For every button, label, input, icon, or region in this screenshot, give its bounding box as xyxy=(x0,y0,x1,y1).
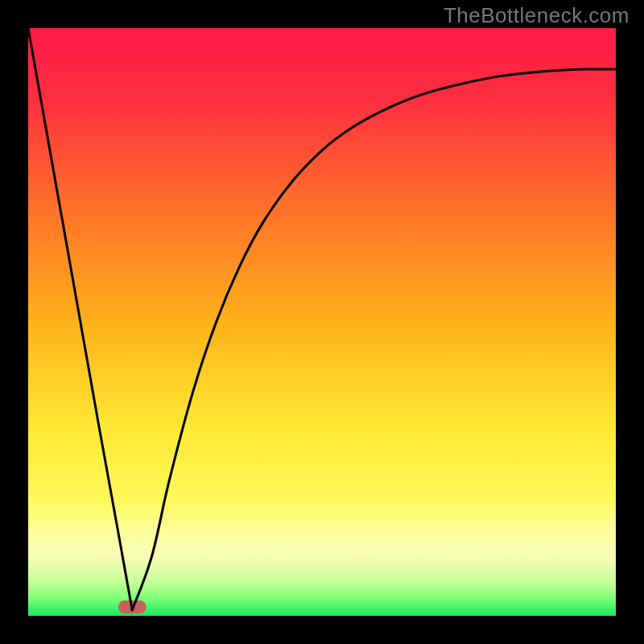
chart-svg xyxy=(28,28,616,616)
watermark-text: TheBottleneck.com xyxy=(444,3,630,28)
plot-area xyxy=(28,28,616,616)
chart-frame: TheBottleneck.com xyxy=(0,0,644,644)
